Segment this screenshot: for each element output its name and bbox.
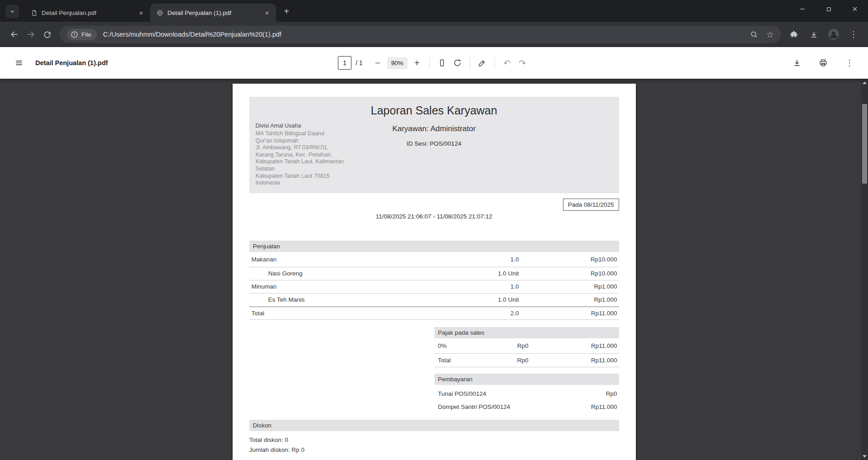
pen-icon — [478, 59, 486, 67]
toolbar-divider — [429, 57, 429, 69]
tab-detail-penjualan[interactable]: Detail Penjualan.pdf × — [24, 4, 150, 22]
tab-detail-penjualan-1-active[interactable]: Detail Penjualan (1).pdf × — [150, 4, 276, 22]
fit-page-button[interactable] — [434, 55, 449, 71]
avatar-icon — [828, 28, 839, 40]
table-row-total: Total Rp0 Rp11.000 — [434, 354, 619, 367]
discount-amount: Jumlah diskon: Rp 0 — [249, 446, 619, 453]
session-id: ID Sesi: POS/00124 — [358, 140, 511, 147]
pdf-document-icon — [31, 9, 38, 16]
close-icon[interactable]: × — [137, 8, 146, 17]
table-row: Minuman 1.0 Rp1.000 — [249, 280, 619, 294]
table-row: Makanan 1.0 Rp10.000 — [249, 252, 619, 267]
close-icon[interactable]: × — [262, 8, 272, 17]
new-tab-button[interactable]: + — [280, 5, 293, 18]
session-date-range: 11/08/2025 21:06:07 - 11/08/2025 21:07:1… — [249, 213, 619, 220]
undo-button[interactable]: ↶ — [499, 55, 515, 71]
pdf-viewer: Laporan Sales Karyawan Divisi Amal Usaha… — [0, 79, 868, 460]
forward-button[interactable] — [23, 26, 39, 43]
url-text: C:/Users/muhmm/Downloads/Detail%20Penjua… — [103, 31, 281, 38]
download-icon — [792, 58, 801, 67]
address-bar: File C:/Users/muhmm/Downloads/Detail%20P… — [0, 22, 868, 47]
forward-icon — [26, 30, 35, 39]
toolbar-divider — [494, 57, 495, 69]
pdf-toolbar: Detail Penjualan (1).pdf / 1 − 90% + ↶ ↷ — [0, 47, 868, 79]
discount-total: Total diskon: 0 — [249, 436, 619, 443]
zoom-page-icon[interactable] — [750, 30, 758, 38]
reload-button[interactable] — [39, 26, 55, 43]
three-dots-icon: ⋮ — [849, 30, 858, 38]
report-header: Laporan Sales Karyawan Divisi Amal Usaha… — [249, 97, 619, 193]
bookmark-star-icon[interactable]: ☆ — [766, 30, 774, 39]
extensions-button[interactable] — [786, 26, 802, 43]
discount-header: Diskon — [249, 420, 619, 431]
zoom-out-button[interactable]: − — [370, 55, 385, 71]
table-row: Nasi Goreng 1.0 Unit Rp10.000 — [249, 267, 619, 280]
info-icon — [71, 31, 78, 38]
print-button[interactable] — [816, 55, 831, 71]
table-row-total: Total 2.0 Rp11.000 — [249, 307, 619, 320]
hamburger-icon — [14, 58, 24, 67]
downloads-button[interactable] — [806, 26, 822, 43]
download-icon — [810, 30, 818, 39]
pdf-more-button[interactable]: ⋮ — [842, 55, 857, 71]
omnibox[interactable]: File C:/Users/muhmm/Downloads/Detail%20P… — [60, 26, 781, 43]
tax-table: Pajak pada sales 0% Rp0 Rp11.000 Total R… — [434, 327, 619, 367]
table-row: Dompet Santri POS/00124 Rp11.000 — [434, 400, 619, 413]
minimize-button[interactable] — [789, 0, 816, 18]
minimize-icon — [799, 6, 806, 12]
chevron-down-icon — [9, 8, 16, 15]
company-division: Divisi Amal Usaha — [256, 123, 358, 129]
pdf-page: Laporan Sales Karyawan Divisi Amal Usaha… — [233, 84, 636, 460]
tab-label: Detail Penjualan (1).pdf — [167, 9, 259, 16]
puzzle-icon — [790, 30, 798, 39]
zoom-level-display: 90% — [387, 57, 407, 69]
printer-icon — [819, 58, 828, 67]
report-date-box: Pada 08/11/2025 — [563, 199, 619, 211]
sales-table: Penjualan Makanan 1.0 Rp10.000 Nasi Gore… — [249, 241, 619, 320]
pdf-download-button[interactable] — [789, 55, 805, 71]
chip-label: File — [81, 31, 91, 38]
zoom-in-button[interactable]: + — [409, 55, 424, 71]
pdf-document-title: Detail Penjualan (1).pdf — [35, 59, 108, 66]
scrollbar-thumb[interactable] — [862, 104, 867, 184]
back-icon — [10, 30, 19, 39]
report-title: Laporan Sales Karyawan — [256, 104, 613, 117]
maximize-button[interactable] — [816, 0, 842, 18]
tax-header: Pajak pada sales — [434, 327, 619, 338]
tab-label: Detail Penjualan.pdf — [42, 9, 133, 16]
discount-section: Diskon Total diskon: 0 Jumlah diskon: Rp… — [249, 420, 619, 453]
scroll-down-arrow[interactable] — [861, 452, 868, 460]
page-count-label: / 1 — [356, 59, 363, 66]
three-dots-icon: ⋮ — [845, 59, 854, 67]
browser-menu-button[interactable]: ⋮ — [845, 26, 862, 43]
employee-name: Karyawan: Administrator — [358, 124, 511, 133]
toolbar-divider — [469, 57, 470, 69]
rotate-button[interactable] — [449, 55, 465, 71]
tab-strip: Detail Penjualan.pdf × Detail Penjualan … — [0, 0, 868, 22]
close-icon — [852, 6, 858, 12]
profile-avatar[interactable] — [825, 26, 842, 43]
site-info-chip[interactable]: File — [67, 29, 97, 40]
rotate-icon — [453, 58, 462, 67]
scrollbar[interactable] — [861, 79, 868, 460]
fit-page-icon — [437, 58, 446, 67]
table-row: Es Teh Manis 1.0 Unit Rp1.000 — [249, 294, 619, 307]
payments-table: Pembayaran Tunai POS/00124 Rp0 Dompet Sa… — [434, 374, 619, 413]
back-button[interactable] — [6, 26, 23, 43]
reload-icon — [43, 30, 52, 39]
page-number-input[interactable] — [338, 56, 352, 70]
annotate-button[interactable] — [474, 55, 490, 71]
sales-header: Penjualan — [249, 241, 619, 252]
table-row: 0% Rp0 Rp11.000 — [434, 338, 619, 354]
payments-header: Pembayaran — [434, 374, 619, 385]
scroll-up-arrow[interactable] — [861, 79, 868, 86]
redo-button[interactable]: ↷ — [515, 55, 530, 71]
tab-search-button[interactable] — [5, 5, 19, 18]
pdf-menu-button[interactable] — [11, 55, 27, 71]
maximize-icon — [826, 6, 832, 12]
globe-icon — [157, 9, 163, 16]
window-controls — [789, 0, 868, 18]
company-address-block: Divisi Amal Usaha MA Tahfizh Bilingual D… — [256, 123, 358, 187]
table-row: Tunai POS/00124 Rp0 — [434, 387, 619, 400]
close-window-button[interactable] — [842, 0, 868, 18]
